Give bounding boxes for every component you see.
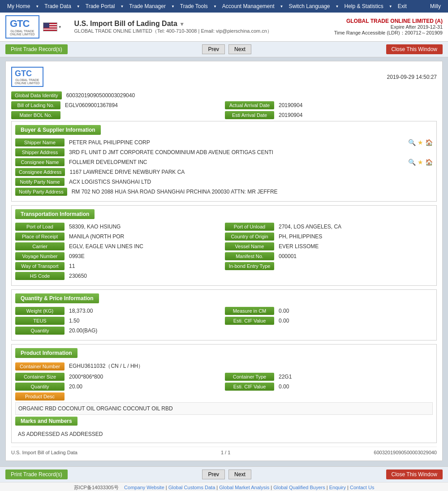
logo-box: GTC GLOBAL TRADEONLINE LIMITED	[5, 15, 39, 39]
nav-switch-language[interactable]: Switch Language	[285, 3, 333, 9]
quantity-label: Quantity	[15, 327, 65, 335]
transport-section: Transportation Information Port of Load …	[11, 205, 437, 286]
bottom-prev-button[interactable]: Prev	[202, 469, 225, 479]
esti-cif2-label: Esti. CIF Value	[225, 383, 274, 391]
consignee-search-icon[interactable]: 🔍	[408, 159, 416, 166]
notify-address-label: Notify Party Address	[15, 188, 67, 196]
container-type-value: 22G1	[276, 373, 433, 381]
shipper-name-label: Shipper Name	[15, 138, 65, 146]
vessel-name-label: Vessel Name	[225, 242, 274, 250]
card-logo-sub: GLOBAL TRADEONLINE LIMITED	[15, 78, 40, 85]
actual-arrival-label: Actual Arrival Date	[225, 101, 274, 109]
quantity-row: Quantity 20.00(BAG)	[15, 327, 433, 335]
footer-link-company[interactable]: Company Website	[124, 485, 164, 490]
bol-row: Bill of Lading No. EGLV0609001367894 Act…	[11, 101, 437, 109]
place-receipt-value: MANILA (NORTH POR	[66, 233, 223, 241]
main-content: GTC GLOBAL TRADEONLINE LIMITED 2019-09-2…	[0, 57, 448, 466]
container-type-label: Container Type	[225, 373, 274, 381]
marks-value: AS ADDRESSED AS ADDRESSED	[15, 429, 433, 439]
footer-link-buyers[interactable]: Global Qualified Buyers	[273, 485, 325, 490]
country-origin-value: PH, PHILIPPINES	[276, 233, 433, 241]
prev-button[interactable]: Prev	[202, 44, 225, 54]
port-load-value: 58309, KAO HSIUNG	[66, 223, 223, 231]
product-quantity-row: Quantity 20.00 Esti. CIF Value 0.00	[15, 383, 433, 391]
esti-cif-label: Esti. CIF Value	[225, 317, 274, 325]
shipper-name-value: PETER PAUL PHILIPPINE CORP	[66, 138, 403, 146]
flag-area[interactable]: ▼	[43, 22, 62, 31]
us-flag	[43, 22, 57, 31]
footer-page: 1 / 1	[221, 450, 230, 455]
buyer-supplier-header: Buyer & Supplier Information	[15, 125, 101, 135]
consignee-address-row: Consignee Address 1167 LAWRENCE DRIVE NE…	[15, 168, 433, 176]
consignee-address-value: 1167 LAWRENCE DRIVE NEWBURY PARK CA	[67, 168, 433, 176]
consignee-name-row: Consignee Name FOLLMER DEVELOPMENT INC 🔍…	[15, 158, 433, 166]
footer-link-enquiry[interactable]: Enquiry	[329, 485, 346, 490]
shipper-star-icon[interactable]: ★	[418, 139, 423, 146]
nav-account-management[interactable]: Account Management	[219, 3, 278, 9]
in-bond-value	[276, 265, 433, 267]
way-transport-label: Way of Transport	[15, 262, 65, 270]
record-card: GTC GLOBAL TRADEONLINE LIMITED 2019-09-2…	[5, 61, 443, 461]
shipper-home-icon[interactable]: 🏠	[425, 139, 433, 146]
global-data-identity-value: 60032019090500003029040	[64, 91, 437, 99]
consignee-star-icon[interactable]: ★	[418, 159, 423, 166]
next-button[interactable]: Next	[228, 44, 251, 54]
card-logo: GTC GLOBAL TRADEONLINE LIMITED	[11, 67, 43, 87]
hs-code-value: 230650	[66, 272, 433, 280]
bottom-right: Close This Window	[386, 469, 443, 479]
bottom-close-button[interactable]: Close This Window	[386, 469, 443, 479]
container-number-value: EGHU3611032（CN / L / HH）	[66, 362, 433, 371]
card-header: GTC GLOBAL TRADEONLINE LIMITED 2019-09-2…	[11, 67, 437, 87]
consignee-name-value: FOLLMER DEVELOPMENT INC	[66, 158, 403, 166]
global-data-identity-label: Global Data Identity	[11, 91, 62, 99]
nav-trade-tools[interactable]: Trade Tools	[177, 3, 211, 9]
nav-trade-data[interactable]: Trade Data	[41, 3, 75, 9]
notify-name-value: ACX LOGISTICS SHANGHAI LTD	[66, 178, 433, 186]
teus-label: TEUS	[15, 317, 65, 325]
manifest-value: 000001	[276, 252, 433, 260]
footer-link-contact[interactable]: Contact Us	[350, 485, 374, 490]
bottom-next-button[interactable]: Next	[228, 469, 251, 479]
consignee-icons: 🔍 ★ 🏠	[408, 159, 433, 166]
quantity-value: 20.00(BAG)	[66, 327, 433, 335]
nav-trade-portal[interactable]: Trade Portal	[82, 3, 119, 9]
container-number-label: Container Number	[15, 362, 65, 370]
card-logo-box: GTC GLOBAL TRADEONLINE LIMITED	[11, 67, 43, 87]
transport-header: Transportation Information	[15, 209, 95, 219]
footer-link-market[interactable]: Global Market Analysis	[219, 485, 269, 490]
nav-trade-manager[interactable]: Trade Manager	[125, 3, 169, 9]
quantity-section: Quantity & Price Information Weight (KG)…	[11, 289, 437, 340]
header-right: GLOBAL TRADE ONLINE LIMITED (A) Expire A…	[334, 18, 443, 36]
nav-exit[interactable]: Exit	[394, 3, 410, 9]
shipper-address-row: Shipper Address 3RD FL UNIT D JMT CORPOR…	[15, 148, 433, 156]
nav-help-statistics[interactable]: Help & Statistics	[340, 3, 387, 9]
product-desc-row: Product Desc	[15, 392, 433, 401]
carrier-row: Carrier EGLV, EAGLE VAN LINES INC Vessel…	[15, 242, 433, 250]
footer-id: 60032019090500003029040	[374, 450, 437, 455]
shipper-search-icon[interactable]: 🔍	[408, 139, 416, 146]
top-toolbar: Print Trade Record(s) Prev Next Close Th…	[0, 42, 448, 57]
print-button[interactable]: Print Trade Record(s)	[5, 44, 68, 54]
container-number-row: Container Number EGHU3611032（CN / L / HH…	[15, 362, 433, 371]
footer-link-customs[interactable]: Global Customs Data	[168, 485, 215, 490]
header-subtitle: GLOBAL TRADE ONLINE LIMITED（Tel: 400-710…	[74, 28, 334, 34]
vessel-name-value: EVER LISSOME	[276, 242, 433, 250]
shipper-name-row: Shipper Name PETER PAUL PHILIPPINE CORP …	[15, 138, 433, 146]
consignee-home-icon[interactable]: 🏠	[425, 159, 433, 166]
bottom-left: Print Trade Record(s)	[5, 469, 68, 479]
bol-label: Bill of Lading No.	[11, 101, 60, 109]
nav-user: Milly	[426, 3, 444, 9]
esti-arrival-value: 20190904	[276, 111, 437, 119]
port-load-label: Port of Load	[15, 223, 65, 231]
global-data-identity-row: Global Data Identity 6003201909050000302…	[11, 91, 437, 99]
shipper-icons: 🔍 ★ 🏠	[408, 139, 433, 146]
close-button[interactable]: Close This Window	[386, 44, 443, 54]
weight-label: Weight (KG)	[15, 307, 65, 315]
weight-row: Weight (KG) 18,373.00 Measure in CM 0.00	[15, 307, 433, 315]
product-section: Product Information Container Number EGH…	[11, 344, 437, 443]
nav-my-home[interactable]: My Home	[4, 3, 34, 9]
bottom-print-button[interactable]: Print Trade Record(s)	[5, 469, 68, 479]
esti-arrival-label: Esti Arrival Date	[225, 111, 274, 119]
product-header: Product Information	[15, 348, 78, 358]
product-quantity-value: 20.00	[66, 383, 223, 391]
